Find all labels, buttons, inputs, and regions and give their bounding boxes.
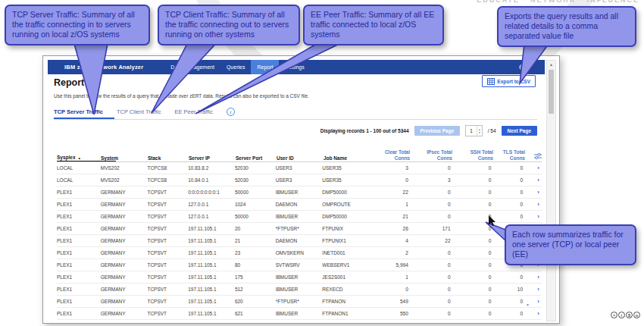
table-row[interactable]: PLEX1GERMANYTCPSVT197.11.105.1621IBMUSER… [57,308,542,320]
cell: 0 [413,310,455,317]
cell: LOCAL [57,165,101,171]
nav-item-report[interactable]: Report [251,60,279,74]
license-icons: = i $ o [611,312,640,318]
row-expand-chevron-icon[interactable]: › [527,310,542,317]
nav-item-data-management[interactable]: Data Management [164,60,220,74]
nav-item-queries[interactable]: Queries [220,60,252,74]
cell: 52030 [235,177,276,183]
globe-icon[interactable]: ⊕ [519,60,525,74]
row-expand-chevron-icon[interactable]: › [527,165,542,171]
cell: 21 [374,213,413,220]
cell: OMPROUTE [322,201,374,208]
next-page-button[interactable]: Next Page [502,126,537,136]
cell: MVS202 [101,165,148,171]
column-header-user-id[interactable]: User ID [277,155,324,161]
column-header-stack[interactable]: Stack [148,155,189,161]
cell: 0 [455,249,496,256]
nav-item-settings[interactable]: Settings [279,60,310,74]
cell: PLEX1 [57,262,101,268]
table-row[interactable]: PLEX1GERMANYTCPSVT0:0:0:0:0:0:0:150000IB… [57,187,542,199]
row-expand-chevron-icon[interactable]: › [527,213,542,220]
cell: 0 [496,298,527,305]
table-row[interactable]: PLEX1GERMANYTCPSVT197.11.105.121DAEMONFT… [57,235,542,247]
column-header-ssh-total-conns[interactable]: SSH Total Conns [457,149,498,161]
column-header-clear-total-conns[interactable]: Clear Total Conns [375,149,414,161]
tab-tcp-server-traffic[interactable]: TCP Server Traffic [54,108,103,115]
cell: 10 [496,286,527,293]
callout-row-summary: Each row summarizes traffic for one serv… [505,224,636,265]
scrollbar-thumb[interactable] [549,70,554,114]
row-expand-chevron-icon[interactable]: › [527,286,542,293]
cell: 23 [235,249,276,256]
table-body: LOCALMVS202TCPCS810.83.8.252030USER3USER… [57,162,542,324]
table-row[interactable]: PLEX1GERMANYTCPSVT197.11.105.1175IBMUSER… [57,271,542,284]
table-row[interactable]: PLEX1GERMANYTCPSVT127.0.0.11024DAEMONOMP… [57,199,542,211]
cell: PLEX1 [57,225,101,232]
table-row[interactable]: PLEX1GERMANYTCPSVT197.11.105.1620*FTPUSR… [57,296,542,308]
page-spinner[interactable]: ▴ ▾ [477,126,482,136]
cell: 50000 [235,213,276,220]
traffic-tabs: TCP Server Traffic TCP Client Traffic EE… [54,108,235,116]
cell: 10.83.8.2 [188,165,235,171]
column-header-tls-total-conns[interactable]: TLS Total Conns [498,149,530,161]
cell: 197.11.105.1 [188,298,235,305]
cell: 0 [413,249,455,256]
column-header-job-name[interactable]: Job Name [324,155,375,161]
page-number-input[interactable]: 1 ▴ ▾ [465,125,482,136]
row-expand-chevron-icon[interactable]: › [527,189,542,196]
cell: 21 [235,237,276,244]
column-header-server-ip[interactable]: Server IP [189,155,236,161]
table-row[interactable]: PLEX1GERMANYTCPSVT197.11.105.120*FTPUSR*… [57,223,542,235]
row-expand-chevron-icon[interactable]: › [527,274,542,281]
scroll-up-arrow-icon[interactable]: ▲ [547,62,555,67]
table-row[interactable]: PLEX1GERMANYTCPSVT197.11.105.1623IBMUSER… [57,320,542,324]
cell: 0 [413,274,455,281]
table-row[interactable]: PLEX1GERMANYTCPSVT197.11.105.180SVTWSRVW… [57,259,542,271]
table-row[interactable]: PLEX1GERMANYTCPSVT197.11.105.1512IBMUSER… [57,284,542,296]
table-row[interactable]: LOCALMVS202TCPCS810.84.0.152030USER3USER… [57,174,542,187]
callout-export-csv: Exports the query results and all relate… [497,6,636,47]
cell: 0 [455,286,496,293]
cell: 0 [496,165,527,171]
cell: 3 [374,165,413,171]
cell: 1024 [235,201,276,208]
cell: 0 [455,225,496,232]
export-to-csv-button[interactable]: Export to CSV [482,75,536,87]
cell: IBMUSER [276,213,323,220]
cell: GERMANY [101,237,148,244]
cell: 4 [374,237,413,244]
cell: IBMUSER [276,310,323,317]
cell: 0 [374,322,413,324]
column-header-ipsec-total-conns[interactable]: IPsec Total Conns [414,149,457,161]
row-expand-chevron-icon[interactable]: › [527,201,542,208]
table-grid-icon [487,78,495,85]
spinner-down-icon[interactable]: ▾ [479,131,480,134]
tab-ee-peer-traffic[interactable]: EE Peer Traffic [174,108,212,115]
row-expand-chevron-icon[interactable]: › [527,177,542,183]
cell: FTPUNIX [322,225,374,232]
license-icon: i [618,312,625,318]
info-icon[interactable]: i [227,108,235,116]
cell: 0 [496,310,527,317]
tab-tcp-client-traffic[interactable]: TCP Client Traffic [117,108,161,115]
cell: 197.11.105.1 [188,286,235,293]
cell: WEBSERV1 [322,262,374,268]
cell: 26 [374,225,413,232]
cell: 621 [235,310,276,317]
table-row[interactable]: PLEX1GERMANYTCPSVT127.0.0.150000IBMUSERD… [57,211,542,223]
table-row[interactable]: LOCALMVS202TCPCS810.83.8.252030USER3USER… [57,162,542,174]
table-row[interactable]: PLEX1GERMANYTCPSVT197.11.105.123OMVSKERN… [57,247,542,259]
cell: 0 [413,286,455,293]
cell: 3 [413,177,455,183]
cell: 197.11.105.1 [188,249,235,256]
table-scroll-down-icon[interactable]: ▼ [526,302,530,307]
row-expand-chevron-icon[interactable]: › [527,322,542,324]
cell: 0 [496,213,527,220]
column-header-server-port[interactable]: Server Port [236,155,277,161]
cell: 197.11.105.1 [188,225,235,232]
column-settings-icon[interactable] [530,152,542,161]
cell: GERMANY [101,201,148,208]
previous-page-button[interactable]: Previous Page [414,126,461,136]
cell: 0 [413,189,455,196]
window-scrollbar[interactable]: ▲ [546,60,556,321]
